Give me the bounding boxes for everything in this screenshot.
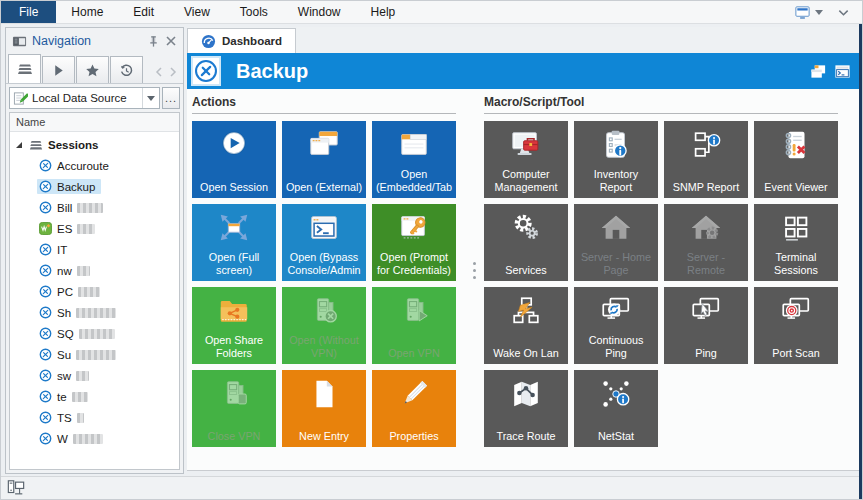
tree-item-sq[interactable]: SQ [10, 323, 179, 344]
tree-item-w[interactable]: W [10, 428, 179, 449]
entries-tab[interactable] [8, 54, 41, 83]
statusbar [1, 476, 862, 499]
window-grid-icon [779, 211, 813, 245]
monitors-target-icon [779, 294, 813, 328]
ribbon-collapse-icon[interactable] [837, 6, 850, 19]
tile-services[interactable]: Services [484, 204, 568, 281]
tile-terminal-sessions[interactable]: Terminal Sessions [754, 204, 838, 281]
workstation-icon[interactable] [7, 479, 25, 497]
tile-snmp-report[interactable]: SNMP Report [664, 121, 748, 198]
tile-label: Wake On Lan [490, 347, 562, 365]
data-source-combo[interactable]: Local Data Source [9, 87, 160, 109]
history-tab[interactable] [110, 56, 143, 83]
tree-item-bill[interactable]: Bill [10, 197, 179, 218]
redacted-text [77, 413, 84, 423]
menu-view[interactable]: View [169, 1, 225, 23]
tree-item-label: ES [57, 223, 72, 235]
navigation-panel: Navigation Local Data Source ... Name Se… [5, 27, 184, 474]
play-icon [51, 63, 66, 78]
tree-item-nw[interactable]: nw [10, 260, 179, 281]
house-icon [599, 211, 633, 245]
chevron-left-icon[interactable] [155, 67, 163, 77]
pin-icon[interactable] [147, 35, 160, 48]
menubar-right [794, 1, 862, 23]
navigation-panel-header: Navigation [6, 28, 183, 54]
tree-item-ts[interactable]: TS [10, 407, 179, 428]
tree-item-label: Bill [57, 202, 72, 214]
tile-trace-route[interactable]: Trace Route [484, 370, 568, 447]
data-source-dropdown-button[interactable] [142, 88, 159, 108]
expander-icon[interactable] [16, 142, 22, 148]
tree-item-sh[interactable]: Sh [10, 302, 179, 323]
menu-help[interactable]: Help [356, 1, 411, 23]
tile-label: New Entry [296, 430, 352, 448]
menu-items: HomeEditViewToolsWindowHelp [56, 1, 410, 23]
entry-title: Backup [236, 60, 810, 83]
session-circle-icon [39, 264, 52, 277]
tile-open-embedded-tab[interactable]: Open (Embedded/Tab [372, 121, 456, 198]
tile-label: Server - Home Page [574, 251, 658, 281]
tile-event-viewer[interactable]: Event Viewer [754, 121, 838, 198]
sessions-tab[interactable] [42, 56, 75, 83]
redacted-text [77, 203, 103, 213]
tile-new-entry[interactable]: New Entry [282, 370, 366, 447]
tile-label: Close VPN [205, 430, 264, 448]
menu-home[interactable]: Home [56, 1, 118, 23]
tree-item-accuroute[interactable]: Accuroute [10, 155, 179, 176]
menubar: File HomeEditViewToolsWindowHelp [1, 1, 862, 24]
tile-open-full-screen[interactable]: Open (Full screen) [192, 204, 276, 281]
tile-label: Open Session [197, 181, 271, 199]
tree-item-it[interactable]: IT [10, 239, 179, 260]
tile-properties[interactable]: Properties [372, 370, 456, 447]
menu-file[interactable]: File [1, 1, 56, 23]
redacted-text [72, 392, 88, 402]
network-info-icon [689, 128, 723, 162]
tile-wake-on-lan[interactable]: Wake On Lan [484, 287, 568, 364]
tree-item-su[interactable]: Su [10, 344, 179, 365]
tree-item-sessions[interactable]: Sessions [10, 134, 179, 155]
clipboard-info-icon [599, 128, 633, 162]
menu-window[interactable]: Window [283, 1, 356, 23]
tile-open-session[interactable]: Open Session [192, 121, 276, 198]
tile-open-external[interactable]: Open (External) [282, 121, 366, 198]
tree-item-sw[interactable]: sw [10, 365, 179, 386]
tile-ping[interactable]: Ping [664, 287, 748, 364]
close-icon[interactable] [165, 35, 177, 47]
macro-section-title: Macro/Script/Tool [484, 95, 838, 114]
group-stack-icon [29, 138, 43, 152]
tile-continuous-ping[interactable]: Continuous Ping [574, 287, 658, 364]
tree-item-label: PC [57, 286, 73, 298]
tree-item-te[interactable]: te [10, 386, 179, 407]
banner-console-icon[interactable] [834, 63, 851, 80]
dropdown-caret-icon[interactable] [815, 10, 823, 15]
tile-port-scan[interactable]: Port Scan [754, 287, 838, 364]
session-window-icon[interactable] [794, 4, 811, 21]
tree-item-pc[interactable]: PC [10, 281, 179, 302]
macro-grid: Computer ManagementInventory ReportSNMP … [484, 121, 838, 447]
tile-open-bypass-console-admin[interactable]: Open (Bypass Console/Admin [282, 204, 366, 281]
tile-inventory-report[interactable]: Inventory Report [574, 121, 658, 198]
entry-icon-box [191, 56, 221, 86]
menu-tools[interactable]: Tools [225, 1, 283, 23]
tree-column-header[interactable]: Name [10, 113, 179, 132]
tile-label: Properties [386, 430, 441, 448]
tree-item-es[interactable]: ES [10, 218, 179, 239]
tree-item-backup[interactable]: Backup [10, 176, 179, 197]
section-splitter-handle[interactable] [470, 257, 478, 283]
tab-dashboard[interactable]: Dashboard [187, 28, 296, 53]
chevron-right-icon[interactable] [169, 67, 177, 77]
tile-open-share-folders[interactable]: Open Share Folders [192, 287, 276, 364]
tile-open-prompt-for-credentials[interactable]: Open (Prompt for Credentials) [372, 204, 456, 281]
data-source-more-button[interactable]: ... [162, 87, 180, 109]
redacted-text [77, 224, 95, 234]
tile-netstat[interactable]: NetStat [574, 370, 658, 447]
menu-edit[interactable]: Edit [118, 1, 169, 23]
tile-computer-management[interactable]: Computer Management [484, 121, 568, 198]
tile-label: Computer Management [484, 168, 568, 198]
banner-external-icon[interactable] [810, 63, 827, 80]
session-circle-icon [39, 327, 52, 340]
redacted-text [78, 287, 100, 297]
document-tabstrip: Dashboard [187, 27, 859, 53]
favorites-tab[interactable] [76, 56, 109, 83]
redacted-text [73, 434, 103, 444]
